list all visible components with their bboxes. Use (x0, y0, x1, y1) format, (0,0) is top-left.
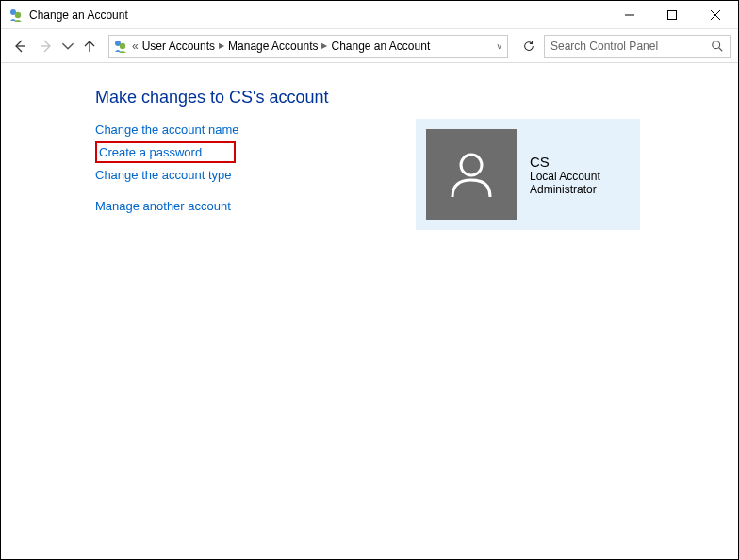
window-controls (608, 1, 738, 28)
search-box[interactable] (544, 35, 731, 58)
svg-line-9 (719, 47, 723, 51)
content-area: Make changes to CS's account Change the … (1, 63, 738, 230)
breadcrumb-manage-accounts[interactable]: Manage Accounts (226, 40, 320, 53)
maximize-button[interactable] (650, 1, 693, 28)
account-name: CS (530, 154, 600, 170)
breadcrumb-overflow[interactable]: « (132, 40, 139, 53)
svg-point-8 (713, 41, 720, 48)
search-icon[interactable] (711, 40, 724, 53)
minimize-button[interactable] (608, 1, 650, 28)
account-card: CS Local Account Administrator (416, 119, 640, 230)
address-dropdown-icon[interactable]: v (498, 41, 502, 51)
action-links: Change the account name Create a passwor… (95, 119, 416, 217)
close-button[interactable] (693, 1, 738, 28)
toolbar: « User Accounts ▶ Manage Accounts ▶ Chan… (1, 29, 738, 63)
chevron-right-icon[interactable]: ▶ (320, 41, 329, 50)
user-accounts-icon (8, 8, 24, 23)
user-accounts-icon (113, 39, 128, 54)
svg-point-10 (461, 155, 482, 175)
window-title: Change an Account (29, 8, 608, 22)
chevron-right-icon[interactable]: ▶ (217, 41, 226, 50)
page-heading: Make changes to CS's account (95, 88, 738, 107)
account-type: Local Account (530, 170, 600, 183)
svg-rect-3 (667, 10, 676, 19)
svg-point-1 (15, 11, 21, 17)
recent-locations-dropdown[interactable] (61, 35, 74, 58)
svg-point-7 (120, 42, 125, 48)
up-button[interactable] (78, 35, 101, 58)
account-info: CS Local Account Administrator (530, 154, 600, 196)
breadcrumb-user-accounts[interactable]: User Accounts (140, 40, 217, 53)
address-bar[interactable]: « User Accounts ▶ Manage Accounts ▶ Chan… (108, 35, 508, 58)
link-create-password[interactable]: Create a password (95, 141, 236, 163)
link-change-account-name[interactable]: Change the account name (95, 119, 416, 140)
link-change-account-type[interactable]: Change the account type (95, 164, 416, 186)
refresh-button[interactable] (517, 35, 540, 58)
search-input[interactable] (550, 40, 711, 53)
breadcrumb-change-account[interactable]: Change an Account (329, 40, 432, 53)
back-button[interactable] (8, 35, 31, 58)
forward-button[interactable] (35, 35, 57, 58)
link-manage-another-account[interactable]: Manage another account (95, 195, 416, 217)
account-role: Administrator (530, 183, 600, 196)
avatar (426, 129, 517, 220)
titlebar: Change an Account (1, 1, 738, 29)
